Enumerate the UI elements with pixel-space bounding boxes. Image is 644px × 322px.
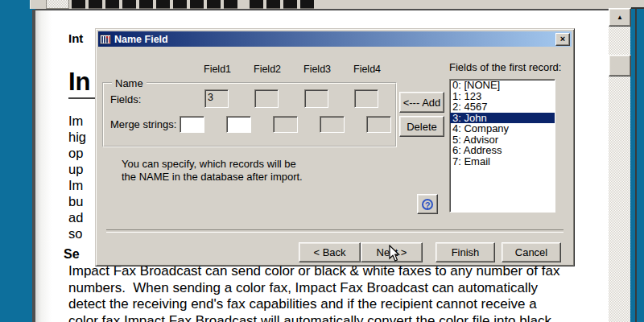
merge-string-box-5 [366, 116, 391, 133]
close-icon: × [560, 34, 565, 43]
document-paragraph-fragments: ImhigopupImbuadso [68, 113, 86, 242]
toolbar-button[interactable] [122, 0, 136, 9]
name-field-dialog: Name Field × Field1Field2Field3Field4 Na… [95, 28, 575, 266]
field-box-2[interactable] [254, 89, 279, 108]
column-header-field2: Field2 [254, 64, 281, 75]
document-text-line: Im [68, 113, 86, 129]
document-section-heading-fragment: Se [64, 247, 80, 262]
close-button[interactable]: × [555, 33, 570, 46]
toolbar-button[interactable] [72, 0, 85, 9]
finish-button[interactable]: Finish [436, 242, 495, 262]
button-separator [106, 229, 564, 233]
table-icon [100, 34, 111, 45]
background-window-border-v [635, 9, 637, 322]
merge-strings-label: Merge strings: [110, 118, 176, 130]
merge-string-box-4 [320, 116, 345, 133]
toolbar-button-group-1 [72, 0, 237, 9]
merge-string-box-1[interactable] [180, 116, 204, 133]
fields-label: Fields: [110, 93, 141, 105]
help-button[interactable]: ? [417, 194, 438, 214]
document-text-line: ad [68, 209, 86, 225]
help-text-line: You can specify, which records will be [122, 158, 303, 171]
merge-string-box-3 [273, 116, 298, 133]
document-text-line: so [68, 225, 86, 242]
list-item[interactable]: 6: Address [450, 145, 555, 156]
list-item[interactable]: 5: Advisor [450, 134, 555, 146]
document-paragraph: Impact Fax Broadcast can send color or b… [68, 263, 616, 322]
toolbar-button[interactable] [250, 0, 263, 9]
background-window-edge [631, 0, 644, 7]
record-list[interactable]: 0: [NONE]1: 1232: 45673: John4: Company5… [449, 79, 555, 213]
column-header-field1: Field1 [204, 64, 231, 75]
delete-button[interactable]: Delete [399, 116, 444, 137]
list-item[interactable]: 2: 4567 [450, 101, 555, 113]
help-text-line: the NAME in the database after import. [122, 171, 303, 184]
list-item[interactable]: 7: Email [450, 156, 555, 167]
column-header-field4: Field4 [353, 64, 381, 75]
document-text-line: hig [68, 129, 86, 145]
toolbar-button[interactable] [89, 0, 102, 9]
background-window-border-h [631, 7, 644, 9]
toolbar-button[interactable] [139, 0, 153, 9]
add-button[interactable]: <--- Add [399, 92, 444, 113]
record-list-label: Fields of the first record: [449, 61, 561, 73]
toolbar-button[interactable] [105, 0, 119, 9]
scrollbar-thumb[interactable] [609, 55, 631, 76]
field-box-1[interactable]: 3 [204, 89, 229, 108]
document-heading-fragment: Int [68, 31, 83, 45]
document-text-line: Im [68, 177, 86, 193]
back-button[interactable]: < Back [299, 242, 361, 262]
document-text-line: bu [68, 193, 86, 209]
toolbar-button[interactable] [173, 0, 187, 9]
name-group-label: Name [112, 77, 147, 89]
mouse-cursor-icon [389, 245, 400, 266]
document-text-line: detect the receiving end's fax capabilit… [68, 296, 616, 313]
desktop: { "toolbar": { "button_groups": [10, 4] … [0, 0, 644, 322]
document-text-line: up [68, 161, 86, 177]
toolbar-button[interactable] [190, 0, 204, 9]
list-item[interactable]: 3: John [450, 113, 555, 124]
toolbar-button[interactable] [266, 0, 280, 9]
toolbar-button[interactable] [300, 0, 314, 9]
document-text-line: op [68, 145, 86, 161]
toolbar-button-group-2 [250, 0, 314, 9]
list-item[interactable]: 0: [NONE] [450, 80, 555, 91]
list-item[interactable]: 1: 123 [450, 91, 555, 102]
document-text-line: numbers. When sending a color fax, Impac… [68, 280, 616, 297]
document-text-line: color fax Impact Fax Broadcast will auto… [68, 313, 616, 322]
dialog-titlebar[interactable]: Name Field × [98, 31, 572, 47]
list-item[interactable]: 4: Company [450, 123, 555, 134]
column-header-field3: Field3 [303, 64, 331, 75]
dialog-title: Name Field [114, 34, 168, 45]
help-text: You can specify, which records will beth… [122, 158, 303, 183]
name-group-box: Name [102, 82, 397, 147]
merge-string-box-2[interactable] [226, 116, 251, 133]
cancel-button[interactable]: Cancel [502, 242, 561, 262]
help-icon: ? [422, 199, 433, 210]
toolbar-button[interactable] [207, 0, 221, 9]
scroll-up-icon: ▲ [617, 14, 623, 21]
field-box-3[interactable] [304, 89, 328, 108]
background-toolbar [30, 0, 632, 9]
field-box-4[interactable] [354, 89, 378, 108]
toolbar-button[interactable] [283, 0, 297, 9]
scrollbar-up-button[interactable]: ▲ [609, 8, 631, 27]
toolbar-button[interactable] [156, 0, 170, 9]
toolbar-button-textured[interactable] [46, 0, 69, 9]
document-title-fragment: In [68, 68, 91, 97]
toolbar-button[interactable] [224, 0, 237, 9]
